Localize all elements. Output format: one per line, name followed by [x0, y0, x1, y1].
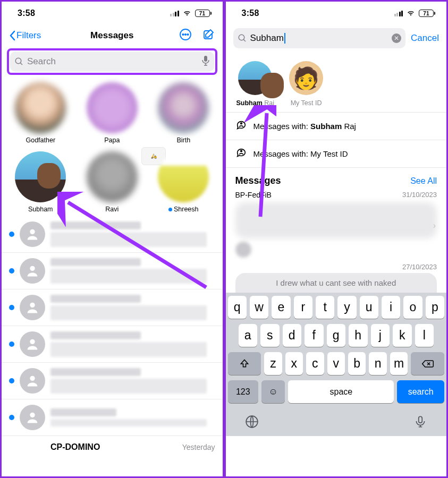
status-time: 3:58 [242, 8, 259, 18]
key-z[interactable]: z [264, 352, 282, 375]
search-input[interactable]: Subham ✕ [233, 28, 406, 48]
battery-icon: 71 [195, 10, 210, 17]
battery-icon: 71 [419, 10, 434, 17]
keyboard-row: 123 ☺ space search [228, 380, 445, 403]
conversation-row[interactable] [2, 362, 223, 399]
messages-with-row[interactable]: Messages with: My Test ID [226, 140, 447, 168]
chevron-right-icon: › [433, 221, 436, 231]
key-o[interactable]: o [403, 296, 422, 319]
avatar [238, 61, 272, 95]
key-i[interactable]: i [382, 296, 400, 319]
unread-dot-icon [9, 415, 14, 420]
contact-result-subham[interactable]: Subham Raj [236, 61, 275, 107]
emoji-key[interactable]: ☺ [261, 380, 285, 403]
key-e[interactable]: e [272, 296, 290, 319]
unread-dot-icon [9, 232, 14, 237]
key-k[interactable]: k [393, 324, 412, 347]
key-p[interactable]: p [426, 296, 444, 319]
avatar [158, 151, 209, 202]
keyboard-row: qwertyuiop [228, 296, 445, 319]
contact-shreesh[interactable]: 🛵 Shreesh [151, 151, 216, 213]
search-contact-results: Subham Raj 🧑 My Test ID [226, 54, 447, 113]
unread-dot-icon [9, 268, 14, 274]
signal-icon [394, 10, 403, 16]
key-j[interactable]: j [371, 324, 390, 347]
messages-with-row[interactable]: Messages with: Subham Raj [226, 113, 447, 140]
backspace-key[interactable] [411, 352, 444, 375]
key-h[interactable]: h [349, 324, 368, 347]
back-button[interactable]: Filters [9, 30, 41, 41]
wifi-icon [182, 8, 192, 18]
avatar [15, 151, 66, 202]
conversation-row[interactable] [2, 252, 223, 289]
key-c[interactable]: c [306, 352, 324, 375]
message-bubble-icon [235, 147, 247, 160]
contact-subham[interactable]: Subham [8, 151, 73, 213]
shift-key[interactable] [228, 352, 261, 375]
contact-godfather[interactable]: Godfather [8, 82, 73, 144]
search-input[interactable]: Search [10, 52, 214, 72]
status-bar: 3:58 71 [226, 2, 447, 25]
key-a[interactable]: a [239, 324, 258, 347]
status-bar: 3:58 71 [2, 2, 223, 25]
unread-dot-icon [9, 342, 14, 347]
key-x[interactable]: x [285, 352, 303, 375]
cancel-button[interactable]: Cancel [411, 33, 439, 44]
navbar: Filters Messages [2, 25, 223, 46]
key-n[interactable]: n [369, 352, 386, 375]
keyboard-row: asdfghjkl [228, 324, 445, 347]
search-key[interactable]: search [397, 380, 444, 403]
keyboard: qwertyuiop asdfghjkl zxcvbnm 123 ☺ space… [226, 293, 447, 436]
svg-point-10 [30, 339, 35, 344]
key-d[interactable]: d [283, 324, 302, 347]
conversation-row[interactable] [2, 216, 223, 252]
conversation-row[interactable] [2, 289, 223, 326]
search-header: Subham ✕ Cancel [226, 25, 447, 54]
message-date: 27/10/2023 [226, 261, 447, 273]
key-y[interactable]: y [337, 296, 356, 319]
space-key[interactable]: space [288, 380, 394, 403]
key-w[interactable]: w [250, 296, 268, 319]
clear-icon[interactable]: ✕ [392, 33, 401, 43]
mic-icon[interactable] [201, 55, 210, 68]
key-f[interactable]: f [305, 324, 324, 347]
avatar [20, 405, 45, 430]
conversation-row[interactable] [2, 399, 223, 436]
more-icon[interactable] [179, 28, 192, 43]
search-query: Subham [250, 33, 389, 44]
avatar [15, 82, 66, 133]
message-result[interactable]: BP-FedFiB 31/10/2023 › [226, 191, 447, 261]
key-t[interactable]: t [316, 296, 334, 319]
key-r[interactable]: r [294, 296, 312, 319]
contact-birth[interactable]: Birth [151, 82, 216, 144]
conversation-row[interactable] [2, 326, 223, 362]
avatar [20, 368, 45, 394]
key-s[interactable]: s [260, 324, 280, 347]
contact-ravi[interactable]: Ravi [80, 151, 145, 213]
key-v[interactable]: v [327, 352, 345, 375]
key-g[interactable]: g [327, 324, 346, 347]
key-q[interactable]: q [228, 296, 247, 319]
conversation-list[interactable]: CP-DOMINO Yesterday [2, 216, 223, 476]
avatar [20, 295, 45, 320]
contact-papa[interactable]: Papa [80, 82, 145, 144]
globe-icon[interactable] [245, 415, 259, 431]
key-m[interactable]: m [390, 352, 408, 375]
numbers-key[interactable]: 123 [228, 380, 259, 403]
contact-result-testid[interactable]: 🧑 My Test ID [289, 61, 323, 107]
svg-point-3 [187, 34, 188, 35]
key-u[interactable]: u [360, 296, 378, 319]
conversation-row[interactable]: CP-DOMINO Yesterday [2, 436, 223, 458]
search-highlight: Search [7, 48, 217, 75]
avatar [20, 258, 45, 284]
svg-point-1 [182, 34, 183, 35]
dictation-icon[interactable] [413, 415, 427, 431]
contact-suggestions: Godfather Papa Birth Subham Ravi 🛵 Shree… [2, 79, 223, 216]
key-b[interactable]: b [348, 352, 366, 375]
key-l[interactable]: l [415, 324, 434, 347]
keyboard-row: zxcvbnm [228, 352, 445, 375]
see-all-button[interactable]: See All [410, 176, 437, 186]
right-screen: 3:58 71 Subham ✕ Cancel Subham Raj 🧑 My … [226, 2, 447, 476]
svg-point-5 [15, 58, 21, 64]
compose-icon[interactable] [202, 28, 215, 43]
